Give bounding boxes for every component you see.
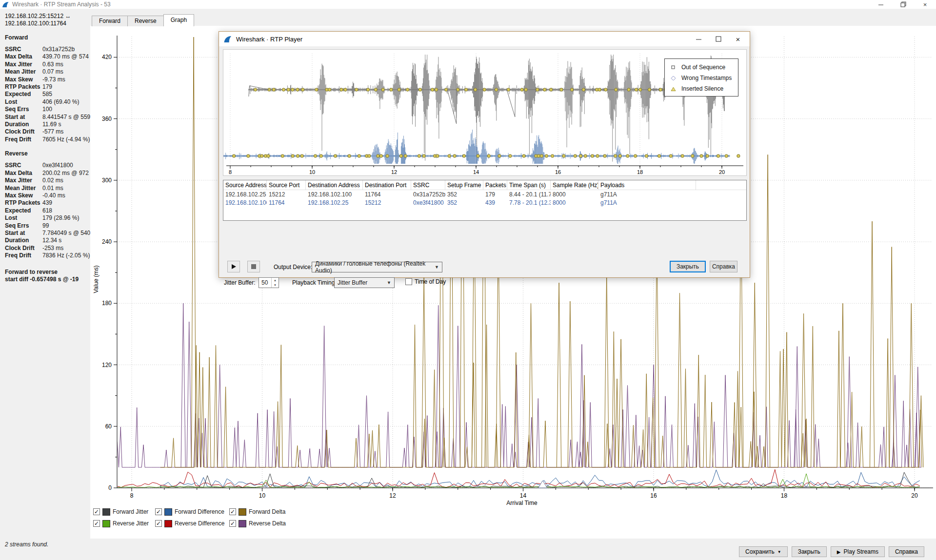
- stat-label: Mean Jitter: [5, 68, 42, 76]
- column-header[interactable]: Source Port: [267, 180, 306, 190]
- tab-graph[interactable]: Graph: [163, 14, 194, 26]
- legend-label: Forward Difference: [175, 508, 224, 515]
- play-streams-button[interactable]: ▶Play Streams: [831, 546, 885, 557]
- minimize-icon[interactable]: [870, 0, 892, 9]
- player-waveform-plot[interactable]: 8101214161820 Out of SequenceWrong Times…: [223, 49, 747, 176]
- stat-value: 12.34 s: [42, 237, 88, 244]
- legend-checkbox[interactable]: ✓: [155, 520, 162, 527]
- play-button[interactable]: [227, 261, 240, 272]
- help-button[interactable]: Справка: [889, 546, 924, 557]
- stat-row: Max Delta200.02 ms @ 972: [5, 170, 88, 177]
- maximize-icon[interactable]: [709, 32, 728, 46]
- minimize-icon[interactable]: [689, 32, 709, 46]
- tab-strip: Forward Reverse Graph: [92, 15, 194, 26]
- stat-value: 7836 Hz (-2.05 %): [42, 252, 90, 259]
- stat-label: Mean Jitter: [5, 185, 42, 192]
- table-cell: 192.168.102.25: [306, 199, 363, 206]
- close-button[interactable]: Закрыть: [792, 546, 827, 557]
- legend-checkbox[interactable]: ✓: [93, 508, 100, 515]
- stat-value: 0xe3f41800: [42, 162, 88, 169]
- stat-value: 0.07 ms: [42, 68, 88, 76]
- legend-checkbox[interactable]: ✓: [229, 520, 236, 527]
- stat-label: SSRC: [5, 46, 42, 53]
- legend-color-swatch: [164, 520, 172, 527]
- graph-series-legend: ✓Forward Jitter✓Forward Difference✓Forwa…: [93, 506, 317, 529]
- restore-icon[interactable]: [892, 0, 914, 9]
- legend-item: ✓Reverse Jitter: [93, 518, 155, 529]
- svg-text:14: 14: [520, 492, 527, 499]
- sidebar-stats: ForwardSSRC0x31a7252bMax Delta439.70 ms …: [5, 34, 88, 260]
- stat-row: Clock Drift-577 ms: [5, 128, 88, 135]
- close-icon[interactable]: ×: [914, 0, 936, 9]
- table-cell: 15212: [267, 191, 306, 198]
- stat-row: Lost406 (69.40 %): [5, 98, 88, 106]
- column-header[interactable]: Destination Port: [363, 180, 411, 190]
- stat-value: -253 ms: [42, 245, 88, 252]
- output-device-select[interactable]: Динамики / головные телефоны (Realtek Au…: [312, 262, 442, 272]
- table-header: Source AddressSource PortDestination Add…: [223, 180, 746, 190]
- spin-down-icon[interactable]: ▼: [272, 283, 279, 288]
- column-header[interactable]: Source Address: [223, 180, 267, 190]
- table-row[interactable]: 192.168.102.10011764192.168.102.25152120…: [223, 198, 746, 207]
- start-diff-marker: [538, 481, 547, 488]
- player-legend-label: Wrong Timestamps: [681, 75, 732, 81]
- stat-label: Lost: [5, 98, 42, 106]
- legend-checkbox[interactable]: ✓: [229, 508, 236, 515]
- playback-timing-label: Playback Timing:: [292, 279, 337, 286]
- table-cell: 192.168.102.25: [223, 191, 267, 198]
- svg-text:8: 8: [229, 169, 232, 175]
- spin-up-icon[interactable]: ▲: [272, 278, 279, 283]
- tab-forward[interactable]: Forward: [92, 16, 128, 26]
- table-row[interactable]: 192.168.102.2515212192.168.102.100117640…: [223, 190, 746, 198]
- stat-row: Clock Drift-253 ms: [5, 245, 88, 252]
- stat-value: 179: [42, 83, 88, 91]
- stat-label: RTP Packets: [5, 199, 42, 207]
- table-cell: 352: [445, 199, 483, 206]
- stat-row: Freq Drift7836 Hz (-2.05 %): [5, 252, 88, 259]
- column-header[interactable]: Time Span (s): [507, 180, 551, 190]
- window-title: Wireshark · RTP Stream Analysis - 53: [12, 1, 111, 8]
- close-icon[interactable]: ×: [728, 32, 748, 46]
- stat-row: RTP Packets179: [5, 83, 88, 91]
- column-header[interactable]: SSRC: [411, 180, 445, 190]
- column-header[interactable]: Destination Address: [306, 180, 363, 190]
- stat-value: 439: [42, 199, 88, 207]
- legend-checkbox[interactable]: ✓: [155, 508, 162, 515]
- jitter-buffer-stepper[interactable]: 50 ▲▼: [259, 277, 279, 288]
- chevron-down-icon: ▼: [435, 265, 439, 270]
- tab-reverse[interactable]: Reverse: [127, 16, 164, 26]
- stat-row: Mean Jitter0.01 ms: [5, 185, 88, 192]
- dialog-close-button[interactable]: Закрыть: [670, 261, 706, 272]
- column-header[interactable]: Setup Frame: [445, 180, 483, 190]
- svg-text:10: 10: [309, 169, 315, 175]
- legend-label: Reverse Delta: [249, 520, 286, 527]
- stat-row: Start at7.784049 s @ 540: [5, 230, 88, 237]
- column-header[interactable]: Payloads: [598, 180, 696, 190]
- table-cell: 352: [445, 191, 483, 198]
- stat-label: Max Delta: [5, 53, 42, 60]
- svg-text:16: 16: [555, 169, 561, 175]
- player-stream-table: Source AddressSource PortDestination Add…: [223, 180, 747, 221]
- save-button[interactable]: Сохранить▼: [739, 546, 788, 557]
- column-header[interactable]: Sample Rate (Hz): [551, 180, 598, 190]
- player-legend-label: Inserted Silence: [681, 85, 723, 92]
- table-cell: 179: [483, 191, 507, 198]
- wireshark-icon: [2, 1, 9, 8]
- time-of-day-checkbox[interactable]: Time of Day: [405, 278, 446, 285]
- checkbox-box[interactable]: [405, 278, 412, 285]
- stop-button[interactable]: [247, 261, 260, 272]
- legend-checkbox[interactable]: ✓: [93, 520, 100, 527]
- svg-text:240: 240: [102, 238, 112, 245]
- column-header[interactable]: Packets: [483, 180, 507, 190]
- stat-label: Duration: [5, 121, 42, 128]
- stat-value: 200.02 ms @ 972: [42, 170, 89, 177]
- table-cell: 0x31a7252b: [411, 191, 445, 198]
- svg-text:20: 20: [911, 492, 918, 499]
- footer-buttons: Сохранить▼ Закрыть ▶Play Streams Справка: [739, 546, 924, 557]
- dialog-help-button[interactable]: Справка: [710, 261, 737, 272]
- stat-row: RTP Packets439: [5, 199, 88, 207]
- playback-timing-select[interactable]: Jitter Buffer▼: [334, 277, 395, 288]
- chevron-down-icon: ▼: [387, 280, 391, 285]
- table-cell: 11764: [363, 191, 411, 198]
- stat-value: 99: [42, 222, 88, 230]
